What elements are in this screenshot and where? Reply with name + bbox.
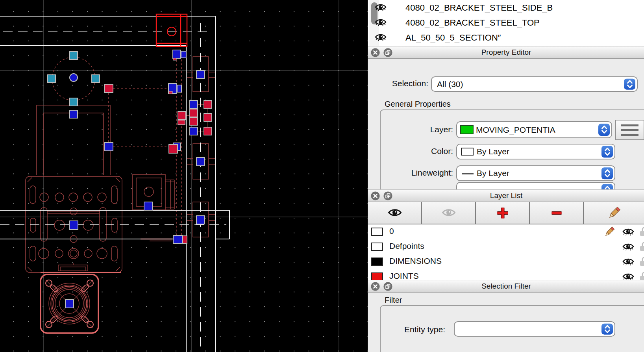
panel-title: Property Editor [368,48,644,57]
block-list-item[interactable]: 4080_02_BRACKET_STEEL_TOP [368,16,644,31]
panel-title: Selection Filter [368,282,644,291]
eye-icon[interactable] [374,18,387,27]
property-editor-titlebar: Property Editor [368,46,644,59]
entity-type-dropdown[interactable] [454,321,615,337]
selection-value: All (30) [437,80,463,89]
edit-layer-button[interactable] [584,202,644,224]
plus-icon [496,206,509,220]
pencil-icon[interactable] [603,226,615,238]
pencil-icon [607,206,621,220]
layer-color-swatch [371,258,383,266]
layer-color-swatch [460,125,474,134]
lock-open-icon[interactable] [639,241,644,252]
layer-name: Defpoints [389,241,424,251]
layer-value: MOVING_POTENTIA [476,125,555,135]
layer-row[interactable]: DIMENSIONS [368,254,644,269]
layer-row[interactable]: Defpoints [368,239,644,254]
layer-label: Layer: [400,125,453,134]
cad-drawing [0,0,368,352]
dock-panel-area: 4080_02_BRACKET_STEEL_SIDE_B 4080_02_BRA… [368,0,644,352]
remove-layer-button[interactable] [530,202,584,224]
chevron-up-down-icon [603,184,612,189]
property-editor-body: Selection: All (30) General Properties L… [368,59,644,189]
cad-canvas[interactable] [0,0,368,352]
layer-visibility-toggle[interactable] [622,258,635,268]
layer-visibility-toggle[interactable] [622,243,635,253]
entity-type-label: Entity type: [384,325,445,334]
dropdown-stepper[interactable] [601,323,613,335]
current-layer-pencil[interactable] [603,226,615,239]
panel-title: Layer List [368,191,644,200]
lock-open-icon[interactable] [639,226,644,237]
filter-group-label: Filter [382,296,404,305]
layer-lock-toggle[interactable] [639,256,644,268]
layer-lock-toggle[interactable] [639,271,644,280]
layer-list-rows: 0 Defpoints DIMENSIONS JOINTS [368,224,644,280]
layer-visibility-toggle[interactable] [622,228,635,238]
color-swatch [461,148,474,156]
layer-list-titlebar: Layer List [368,189,644,202]
eye-icon[interactable] [622,243,635,251]
block-name: AL_50_50_5_SECTION″ [405,33,501,43]
layer-name: 0 [389,226,394,236]
lineweight-value: By Layer [477,169,509,178]
selection-dropdown[interactable]: All (30) [431,76,638,92]
chevron-up-down-icon [603,168,612,179]
layer-color-swatch [371,272,383,280]
linetype-dropdown-clipped[interactable] [456,182,615,189]
dropdown-stepper[interactable] [598,124,610,136]
lineweight-glyph [462,173,474,174]
layer-visibility-toggle[interactable] [622,272,635,280]
selection-filter-titlebar: Selection Filter [368,280,644,293]
layer-name: DIMENSIONS [389,256,442,266]
chevron-up-down-icon [625,79,635,90]
eye-icon[interactable] [374,3,387,12]
layer-name: JOINTS [389,271,419,280]
dropdown-stepper[interactable] [601,184,613,189]
lineweight-dropdown[interactable]: By Layer [456,165,615,181]
eye-icon[interactable] [622,228,635,236]
lineweight-label: Lineweight: [392,168,453,178]
dropdown-stepper[interactable] [601,146,613,157]
block-name: 4080_02_BRACKET_STEEL_TOP [405,18,540,28]
block-list-item[interactable]: 4080_02_BRACKET_STEEL_SIDE_B [368,1,644,16]
eye-icon[interactable] [622,272,635,280]
eye-icon[interactable] [622,258,635,266]
layer-color-swatch [371,243,383,251]
color-dropdown[interactable]: By Layer [456,144,615,159]
minus-icon [550,206,563,220]
dropdown-stepper[interactable] [624,78,635,90]
block-list-item[interactable]: AL_50_50_5_SECTION″ [368,31,644,46]
layer-dropdown[interactable]: MOVING_POTENTIA [456,121,612,138]
selection-label: Selection: [376,79,428,88]
color-value: By Layer [477,147,509,156]
lock-open-icon[interactable] [639,256,644,267]
layer-list-toolbar [368,202,644,224]
lock-open-icon[interactable] [639,271,644,280]
block-name: 4080_02_BRACKET_STEEL_SIDE_B [405,3,553,13]
selection-filter-body: Filter Entity type: [368,293,644,352]
layer-menu-button[interactable] [615,120,644,140]
hide-all-layers-button[interactable] [422,202,476,224]
color-label: Color: [400,146,453,156]
chevron-up-down-icon [600,124,609,135]
general-properties-label: General Properties [382,100,453,109]
add-layer-button[interactable] [476,202,530,224]
dropdown-stepper[interactable] [601,167,613,179]
chevron-up-down-icon [603,324,612,335]
layer-row[interactable]: JOINTS [368,269,644,280]
layer-lock-toggle[interactable] [639,241,644,253]
layer-lock-toggle[interactable] [639,226,644,238]
show-all-layers-button[interactable] [368,202,422,224]
chevron-up-down-icon [603,146,612,157]
block-list: 4080_02_BRACKET_STEEL_SIDE_B 4080_02_BRA… [368,0,644,46]
layer-color-swatch [371,228,383,236]
layer-row[interactable]: 0 [368,224,644,239]
eye-icon[interactable] [374,33,387,42]
